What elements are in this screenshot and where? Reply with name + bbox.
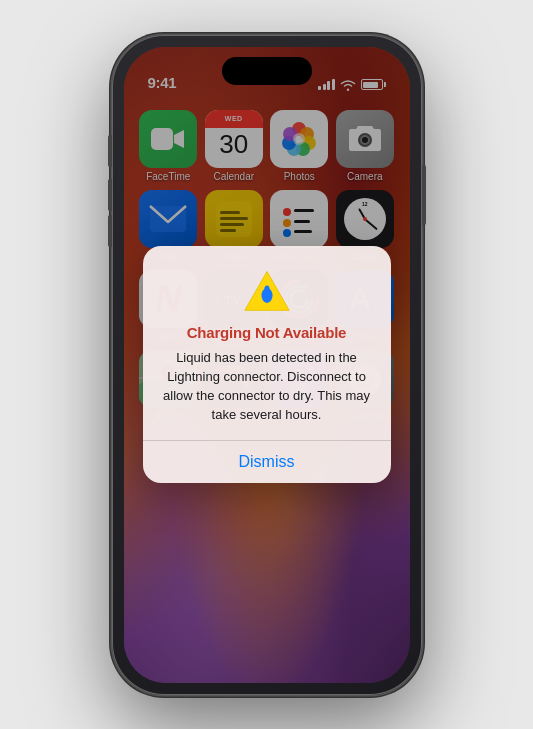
svg-point-43	[264, 285, 270, 294]
dismiss-button[interactable]: Dismiss	[143, 441, 391, 483]
alert-message: Liquid has been detected in the Lightnin…	[163, 349, 371, 424]
alert-box: Charging Not Available Liquid has been d…	[143, 246, 391, 483]
alert-content: Charging Not Available Liquid has been d…	[143, 246, 391, 440]
alert-icon	[243, 266, 291, 314]
phone-screen: 9:41	[124, 47, 410, 683]
dismiss-label: Dismiss	[239, 453, 295, 470]
alert-title: Charging Not Available	[187, 324, 347, 341]
alert-overlay: Charging Not Available Liquid has been d…	[124, 47, 410, 683]
phone-frame: 9:41	[112, 35, 422, 695]
